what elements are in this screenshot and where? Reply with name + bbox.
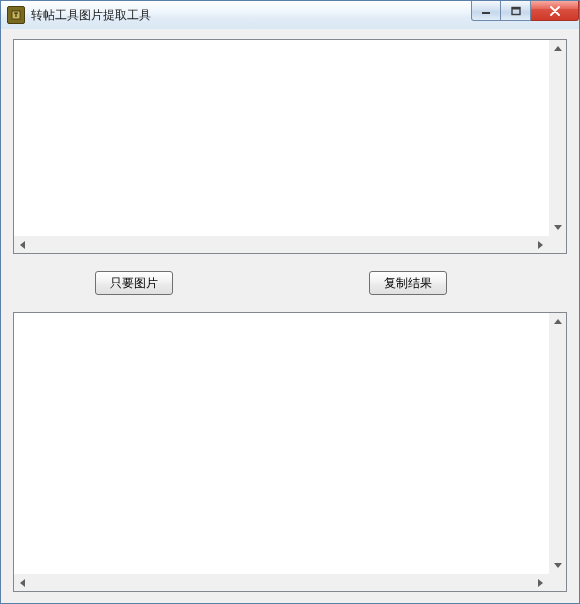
window-controls	[471, 1, 579, 21]
scrollbar-corner	[549, 574, 566, 591]
scroll-left-icon[interactable]	[14, 574, 31, 591]
copy-result-button[interactable]: 复制结果	[369, 271, 447, 295]
window-title: 转帖工具图片提取工具	[31, 7, 151, 23]
scroll-right-icon[interactable]	[532, 236, 549, 253]
minimize-button[interactable]	[471, 1, 501, 21]
minimize-icon	[481, 6, 491, 16]
scroll-down-icon[interactable]	[549, 557, 566, 574]
scroll-left-icon[interactable]	[14, 236, 31, 253]
scroll-right-icon[interactable]	[532, 574, 549, 591]
images-only-button[interactable]: 只要图片	[95, 271, 173, 295]
main-window: 转帖工具图片提取工具	[0, 0, 580, 604]
output-pane	[13, 312, 567, 592]
scrollbar-corner	[549, 236, 566, 253]
maximize-icon	[511, 6, 521, 16]
close-button[interactable]	[531, 1, 579, 21]
input-textarea[interactable]	[16, 42, 548, 235]
button-row: 只要图片 复制结果	[13, 263, 567, 303]
scroll-up-icon[interactable]	[549, 313, 566, 330]
svg-rect-1	[482, 12, 490, 14]
app-icon	[7, 6, 25, 24]
input-pane	[13, 39, 567, 254]
input-horizontal-scrollbar[interactable]	[14, 236, 549, 253]
output-horizontal-scrollbar[interactable]	[14, 574, 549, 591]
svg-rect-3	[512, 7, 520, 9]
output-textarea[interactable]	[16, 315, 548, 573]
titlebar[interactable]: 转帖工具图片提取工具	[1, 1, 579, 30]
output-vertical-scrollbar[interactable]	[549, 313, 566, 574]
input-vertical-scrollbar[interactable]	[549, 40, 566, 236]
scroll-down-icon[interactable]	[549, 219, 566, 236]
scroll-up-icon[interactable]	[549, 40, 566, 57]
client-area: 只要图片 复制结果	[1, 29, 579, 603]
maximize-button[interactable]	[501, 1, 531, 21]
close-icon	[549, 6, 561, 16]
